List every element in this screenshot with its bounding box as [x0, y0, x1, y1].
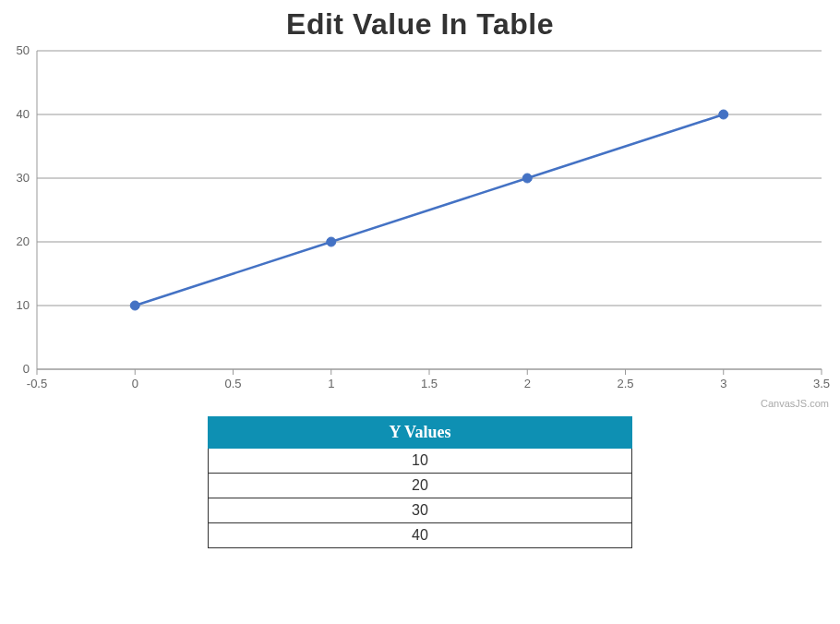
table-cell[interactable]: 30	[209, 498, 632, 523]
y-tick-label: 0	[23, 362, 30, 376]
table-cell[interactable]: 20	[209, 474, 632, 498]
table-row: 40	[209, 523, 632, 548]
table-body: 10203040	[209, 449, 632, 548]
chart-container: Edit Value In Table 01020304050-0.500.51…	[0, 0, 840, 624]
y-tick-label: 10	[17, 298, 30, 312]
data-point[interactable]	[130, 301, 139, 310]
table-row: 10	[209, 449, 632, 474]
chart-credit[interactable]: CanvasJS.com	[761, 398, 829, 409]
data-point[interactable]	[522, 174, 532, 183]
y-tick-label: 20	[17, 234, 30, 248]
table-cell[interactable]: 10	[209, 449, 632, 474]
table-header: Y Values	[209, 417, 632, 449]
chart-title: Edit Value In Table	[0, 0, 840, 42]
x-tick-label: 0	[132, 377, 138, 390]
table-cell[interactable]: 40	[209, 523, 632, 548]
x-tick-label: 2	[524, 377, 531, 390]
y-tick-label: 30	[17, 171, 30, 185]
x-tick-label: -0.5	[27, 377, 47, 390]
data-point[interactable]	[327, 237, 336, 246]
x-tick-label: 0.5	[224, 377, 241, 390]
x-tick-label: 1.5	[421, 377, 438, 390]
chart-plot: 01020304050-0.500.511.522.533.5	[17, 43, 831, 390]
x-tick-label: 1	[328, 377, 334, 390]
x-tick-label: 3	[720, 377, 726, 390]
table-row: 20	[209, 474, 632, 498]
y-tick-label: 50	[17, 43, 30, 57]
data-line	[135, 114, 724, 306]
table-row: 30	[209, 498, 632, 523]
chart-area: 01020304050-0.500.511.522.533.5 CanvasJS…	[0, 42, 840, 411]
x-tick-label: 2.5	[617, 377, 633, 390]
x-tick-label: 3.5	[813, 377, 830, 390]
values-table: Y Values 10203040	[208, 416, 632, 548]
chart-svg: 01020304050-0.500.511.522.533.5	[0, 42, 840, 411]
data-point[interactable]	[719, 110, 728, 119]
y-tick-label: 40	[17, 107, 30, 121]
